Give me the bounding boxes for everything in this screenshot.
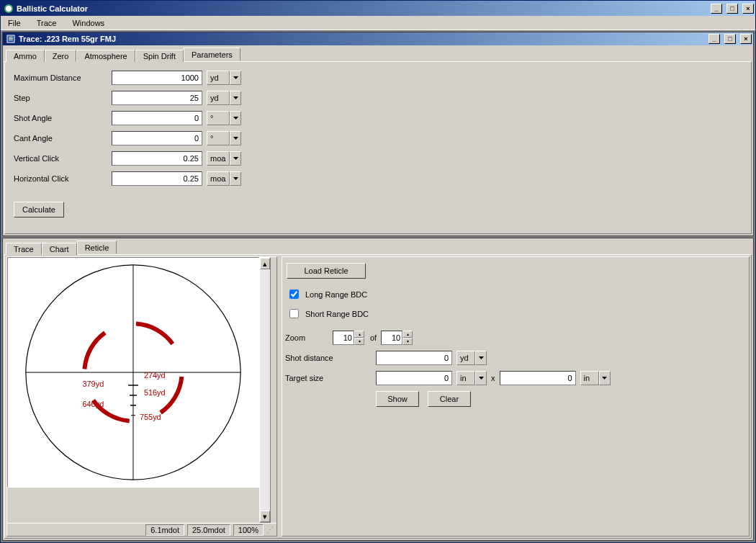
bottom-child: Trace Chart Reticle xyxy=(2,238,754,541)
document-icon xyxy=(6,34,16,44)
main-titlebar[interactable]: Ballistic Calculator _ □ × xyxy=(1,1,755,16)
tab-ammo[interactable]: Ammo xyxy=(6,50,45,62)
child-minimize-button[interactable]: _ xyxy=(708,34,720,44)
status-zoom: 100% xyxy=(233,524,264,536)
mdi-client: Trace: .223 Rem 55gr FMJ _ □ × Ammo Zero… xyxy=(1,30,755,542)
long-bdc-checkbox[interactable] xyxy=(289,290,299,299)
hclick-input[interactable] xyxy=(112,171,202,186)
hclick-unit-drop[interactable] xyxy=(230,171,241,186)
shot-distance-unit: yd xyxy=(456,351,475,365)
x-label: x xyxy=(491,374,495,382)
vclick-unit: moa xyxy=(207,151,230,166)
target-size-h-input[interactable] xyxy=(500,371,576,385)
step-unit: yd xyxy=(207,91,230,105)
vclick-unit-drop[interactable] xyxy=(230,151,241,166)
target-size-w-unit-drop[interactable] xyxy=(475,371,487,385)
vclick-input[interactable] xyxy=(112,151,202,166)
zoom-value-input[interactable] xyxy=(333,331,354,345)
shot-angle-unit: ° xyxy=(207,111,230,125)
status-mdotx: 6.1mdot xyxy=(145,524,184,536)
top-tabs: Ammo Zero Atmosphere Spin Drift Paramete… xyxy=(4,47,752,61)
main-window: Ballistic Calculator _ □ × File Trace Wi… xyxy=(0,0,756,543)
shot-angle-label: Shot Angle xyxy=(14,114,107,122)
reticle-status: 6.1mdot 25.0mdot 100% ⋰ xyxy=(7,523,276,536)
status-mdoty: 25.0mdot xyxy=(187,524,230,536)
reticle-scrollbar[interactable]: ▴ ▾ xyxy=(259,257,271,523)
tab-spin-drift[interactable]: Spin Drift xyxy=(135,50,184,62)
target-size-h-unit: in xyxy=(580,371,599,385)
load-reticle-button[interactable]: Load Reticle xyxy=(287,263,366,279)
cant-angle-unit-drop[interactable] xyxy=(230,131,241,145)
max-distance-unit: yd xyxy=(207,71,230,85)
bdc-label-274: 274yd xyxy=(144,371,166,380)
zoom-of: of xyxy=(370,333,377,342)
scroll-up-icon[interactable]: ▴ xyxy=(260,258,270,269)
bottom-tabs: Trace Chart Reticle xyxy=(4,240,752,254)
target-size-w-input[interactable] xyxy=(376,371,452,385)
max-distance-label: Maximum Distance xyxy=(14,73,107,82)
child-close-button[interactable]: × xyxy=(740,34,752,44)
clear-button[interactable]: Clear xyxy=(428,391,471,407)
short-bdc-label: Short Range BDC xyxy=(305,310,369,318)
hclick-label: Horizontal Click xyxy=(14,174,107,183)
cant-angle-label: Cant Angle xyxy=(14,134,107,143)
long-bdc-label: Long Range BDC xyxy=(305,290,367,299)
app-icon xyxy=(4,4,14,14)
shot-angle-input[interactable] xyxy=(112,111,202,125)
zoom-label: Zoom xyxy=(285,333,328,342)
app-title: Ballistic Calculator xyxy=(17,4,706,13)
resize-grip-icon[interactable]: ⋰ xyxy=(266,526,274,534)
svg-point-0 xyxy=(5,5,12,12)
tab-btrace[interactable]: Trace xyxy=(6,243,42,255)
shot-angle-unit-drop[interactable] xyxy=(230,111,241,125)
step-input[interactable] xyxy=(112,91,202,105)
shot-distance-input[interactable] xyxy=(376,351,452,365)
bdc-label-379: 379yd xyxy=(82,380,104,388)
tab-reticle[interactable]: Reticle xyxy=(77,241,117,254)
max-distance-input[interactable] xyxy=(112,71,202,85)
zoom-max-spinner[interactable]: ▴▾ xyxy=(381,331,414,345)
bdc-label-516: 516yd xyxy=(144,388,166,397)
max-distance-unit-drop[interactable] xyxy=(230,71,241,85)
step-label: Step xyxy=(14,94,107,102)
shot-distance-label: Shot distance xyxy=(285,354,372,362)
tab-parameters[interactable]: Parameters xyxy=(184,48,240,61)
trace-titlebar[interactable]: Trace: .223 Rem 55gr FMJ _ □ × xyxy=(3,32,753,45)
zoom-max-input[interactable] xyxy=(381,331,402,345)
shot-distance-unit-drop[interactable] xyxy=(475,351,487,365)
menubar: File Trace Windows xyxy=(1,16,755,30)
minimize-button[interactable]: _ xyxy=(711,4,722,14)
menu-windows[interactable]: Windows xyxy=(69,17,107,29)
cant-angle-unit: ° xyxy=(207,131,230,145)
trace-child-window: Trace: .223 Rem 55gr FMJ _ □ × Ammo Zero… xyxy=(2,32,754,236)
target-size-h-unit-drop[interactable] xyxy=(599,371,611,385)
close-button[interactable]: × xyxy=(742,4,754,14)
bdc-label-755: 755yd xyxy=(140,413,161,421)
parameters-panel: Maximum Distance yd Step yd xyxy=(4,61,752,234)
reticle-canvas[interactable]: 274yd 379yd 516yd 646yd 755yd xyxy=(7,257,259,488)
trace-title: Trace: .223 Rem 55gr FMJ xyxy=(19,35,704,43)
reticle-panel: 274yd 379yd 516yd 646yd 755yd ▴ xyxy=(4,254,752,539)
bdc-label-646: 646yd xyxy=(82,400,104,408)
step-unit-drop[interactable] xyxy=(230,91,241,105)
hclick-unit: moa xyxy=(207,171,230,186)
reticle-view-panel: 274yd 379yd 516yd 646yd 755yd ▴ xyxy=(6,256,277,537)
show-button[interactable]: Show xyxy=(376,391,419,407)
scroll-down-icon[interactable]: ▾ xyxy=(260,511,270,522)
menu-trace[interactable]: Trace xyxy=(34,17,60,29)
target-size-w-unit: in xyxy=(456,371,475,385)
vclick-label: Vertical Click xyxy=(14,154,107,163)
zoom-spinner[interactable]: ▴▾ xyxy=(333,331,366,345)
child-maximize-button[interactable]: □ xyxy=(724,34,736,44)
tab-atmosphere[interactable]: Atmosphere xyxy=(76,50,135,62)
tab-zero[interactable]: Zero xyxy=(45,50,77,62)
short-bdc-checkbox[interactable] xyxy=(289,309,299,318)
maximize-button[interactable]: □ xyxy=(726,4,738,14)
menu-file[interactable]: File xyxy=(5,17,24,29)
cant-angle-input[interactable] xyxy=(112,131,202,145)
calculate-button[interactable]: Calculate xyxy=(14,202,64,217)
reticle-controls-panel: Load Reticle Long Range BDC Short Range … xyxy=(282,256,750,537)
tab-chart[interactable]: Chart xyxy=(42,243,77,255)
svg-rect-4 xyxy=(9,40,13,40)
svg-rect-3 xyxy=(9,38,13,39)
